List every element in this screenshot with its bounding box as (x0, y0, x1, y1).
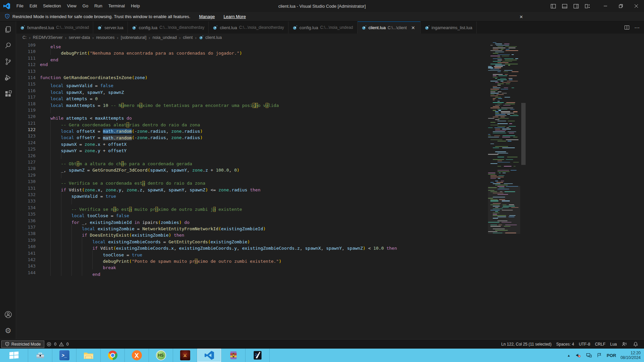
code-line[interactable]: 109else (16, 42, 644, 48)
breadcrumb-item[interactable]: resources (96, 35, 115, 40)
code-line[interactable]: 138if DoesEntityExist(existingZombie) th… (16, 230, 644, 237)
toggle-secondary-sidebar-icon[interactable] (570, 1, 582, 11)
toggle-panel-icon[interactable] (559, 1, 570, 11)
code-line[interactable]: 122local offsetX = math.random(-zone.rad… (16, 126, 644, 133)
code-line[interactable]: 114function GetRandomCoordinatesInZone(z… (16, 74, 644, 81)
tab-client.lua[interactable]: client.luaC:\...\noia_dieanotherday (209, 21, 288, 34)
language-indicator[interactable]: POR (607, 353, 616, 358)
bell-icon[interactable] (631, 340, 642, 349)
taskbar-file-explorer[interactable] (76, 349, 101, 362)
breadcrumb-item[interactable]: server-data (68, 35, 90, 40)
minimize-icon[interactable] (598, 0, 613, 12)
breadcrumb-item[interactable]: C: (22, 35, 27, 40)
taskbar-chrome[interactable] (101, 349, 125, 362)
settings-gear-icon[interactable]: ⚙ (0, 322, 16, 339)
taskbar-xampp[interactable]: ꓫ (125, 349, 149, 362)
code-line[interactable]: 139local existingZombieCoords = GetEntit… (16, 237, 644, 243)
extensions-icon[interactable] (0, 86, 16, 102)
code-line[interactable]: 123local offsetY = math.random(-zone.rad… (16, 133, 644, 139)
source-control-icon[interactable] (0, 54, 16, 70)
taskbar-heidisql[interactable]: HS (149, 349, 173, 362)
breadcrumb-item[interactable]: [sobrenatural] (120, 35, 147, 40)
tab-close-icon[interactable]: ✕ (410, 25, 416, 31)
toggle-sidebar-icon[interactable] (547, 1, 559, 11)
close-icon[interactable] (629, 0, 644, 12)
tab-ingameanims_list.lua[interactable]: ingameanims_list.lua (421, 21, 477, 34)
banner-close-icon[interactable]: ✕ (517, 12, 526, 21)
code-line[interactable]: 137local existingZombie = NetworkGetEnti… (16, 224, 644, 230)
taskbar-powershell[interactable]: >_ (52, 349, 76, 362)
taskbar-start[interactable] (0, 349, 28, 362)
taskbar-server-manager[interactable] (28, 349, 52, 362)
customize-layout-icon[interactable] (582, 1, 593, 11)
learn-more-link[interactable]: Learn More (223, 14, 246, 19)
tray-clock[interactable]: 12:20 08/10/2024 (621, 351, 641, 360)
code-line[interactable]: 130-- Verifica se a coordenada está dent… (16, 178, 644, 185)
indentation-status[interactable]: Spaces: 4 (554, 340, 576, 349)
files-icon[interactable] (0, 21, 16, 38)
menu-edit[interactable]: Edit (26, 2, 40, 10)
cursor-position-status[interactable]: Ln 122, Col 25 (11 selected) (499, 340, 554, 349)
code-line[interactable]: 135local tooClose = false (16, 211, 644, 217)
code-line[interactable]: 115local spawnValid = false (16, 81, 644, 87)
code-line[interactable]: 128_, spawnZ = GetGroundZFor_3dCoord(spa… (16, 165, 644, 172)
code-line[interactable]: 142debugPrint("Ponto de spawn muito próx… (16, 256, 644, 263)
code-line[interactable]: 113 (16, 68, 644, 74)
code-line[interactable]: 124spawnX = zone.x + offsetX (16, 139, 644, 146)
code-line[interactable]: 116local spawnX, spawnY, spawnZ (16, 87, 644, 94)
action-center-flag-icon[interactable] (597, 353, 602, 358)
menu-run[interactable]: Run (91, 2, 105, 10)
code-line[interactable]: 140if Vdist(existingZombieCoords.x, exis… (16, 243, 644, 250)
code-line[interactable]: 132spawnValid = true (16, 191, 644, 198)
code-line[interactable]: 136for _, existingZombieId in ipairs(zom… (16, 218, 644, 224)
problems-status[interactable]: 0 0 (44, 340, 71, 349)
restricted-mode-status[interactable]: Restricted Mode (1, 341, 44, 348)
menu-go[interactable]: Go (79, 2, 91, 10)
tray-expand-icon[interactable]: ▲ (567, 354, 571, 357)
minimap-viewport[interactable] (488, 186, 520, 234)
restore-icon[interactable] (613, 0, 629, 12)
code-line[interactable]: 127-- Obtém a altura do chão para a coor… (16, 159, 644, 165)
network-icon[interactable] (586, 352, 592, 358)
manage-link[interactable]: Manage (199, 14, 215, 19)
tab-config.lua[interactable]: config.luaC:\...\noia_dieanotherday (128, 21, 209, 34)
code-line[interactable]: 134-- Verifica se não está muito próximo… (16, 204, 644, 211)
split-editor-icon[interactable] (622, 23, 632, 32)
code-line[interactable]: 125spawnY = zone.y + offsetY (16, 146, 644, 152)
breadcrumb-item[interactable]: client (182, 35, 193, 40)
run-debug-icon[interactable] (0, 70, 16, 86)
code-line[interactable]: 143break (16, 263, 644, 269)
code-line[interactable]: 110debugPrint("Nenhuma zona encontrada p… (16, 48, 644, 55)
code-line[interactable]: 121-- Gera coordenadas aleatórias dentro… (16, 120, 644, 126)
menu-file[interactable]: File (13, 2, 26, 10)
language-mode-status[interactable]: Lua (608, 340, 619, 349)
account-icon[interactable] (0, 306, 16, 322)
tab-server.lua[interactable]: server.lua (93, 21, 127, 34)
breadcrumb-item[interactable]: noia_undead (152, 35, 177, 40)
menu-view[interactable]: View (64, 2, 79, 10)
tab-fxmanifest.lua[interactable]: fxmanifest.luaC:\...\noia_undead (16, 21, 93, 34)
menu-selection[interactable]: Selection (40, 2, 64, 10)
code-line[interactable]: 112end (16, 61, 644, 68)
tab-client.lua[interactable]: client.luaC:\...\client✕ (358, 21, 421, 34)
taskbar-vscode[interactable] (197, 349, 221, 362)
code-editor[interactable]: 109else110debugPrint("Nenhuma zona encon… (16, 42, 644, 339)
menu-help[interactable]: Help (128, 2, 143, 10)
search-icon[interactable] (0, 38, 16, 54)
breadcrumb-item[interactable]: REDMV3Server (33, 35, 63, 40)
taskbar-winrar[interactable] (221, 349, 246, 362)
feedback-icon[interactable] (619, 340, 631, 349)
code-line[interactable]: 131if Vdist(zone.x, zone.y, zone.z, spaw… (16, 185, 644, 191)
breadcrumb-item[interactable]: client.lua (199, 35, 222, 40)
code-line[interactable]: 118local maxAttempts = 10 -- Número máxi… (16, 101, 644, 107)
more-actions-icon[interactable]: ⋯ (632, 23, 642, 32)
menu-terminal[interactable]: Terminal (105, 2, 128, 10)
code-line[interactable]: 120while attempts < maxAttempts do (16, 113, 644, 120)
taskbar-launcher[interactable] (246, 349, 270, 362)
vertical-scrollbar[interactable] (521, 103, 526, 165)
eol-status[interactable]: CRLF (593, 340, 608, 349)
taskbar-game[interactable]: ⚔ (173, 349, 197, 362)
encoding-status[interactable]: UTF-8 (577, 340, 593, 349)
volume-muted-icon[interactable] (575, 352, 581, 358)
tab-config.lua[interactable]: config.luaC:\...\noia_undead (288, 21, 358, 34)
